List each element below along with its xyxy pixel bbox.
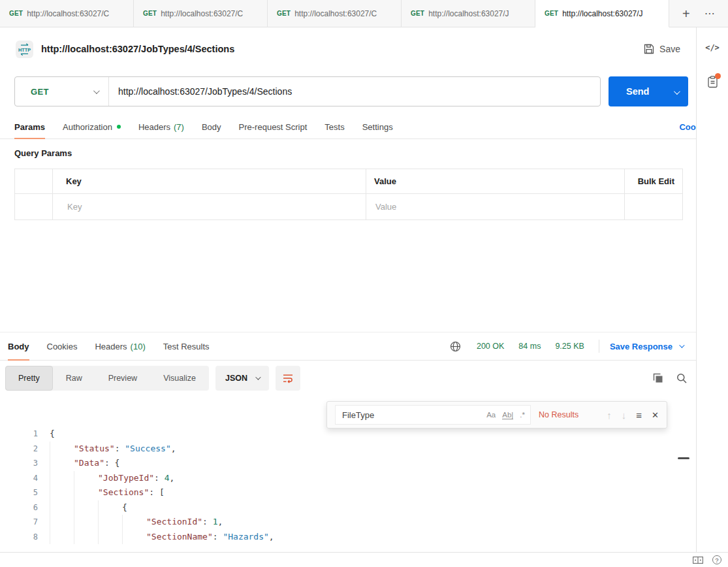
tab-method-label: GET xyxy=(545,10,558,17)
save-button[interactable]: Save xyxy=(644,44,680,54)
line-number: 2 xyxy=(0,442,38,457)
find-nav: ↑ ↓ ≡ ✕ xyxy=(607,410,659,421)
request-tab-authorization[interactable]: Authorization xyxy=(63,115,121,138)
tab-bar-actions: + ⋯ xyxy=(669,0,728,27)
find-input-wrap: Aa Ab| .* xyxy=(335,405,531,425)
new-tab-button[interactable]: + xyxy=(682,7,690,20)
code-line-content: "Status": "Success", xyxy=(50,442,176,457)
row-select-header xyxy=(15,169,53,194)
view-mode-pretty[interactable]: Pretty xyxy=(5,366,53,391)
response-size[interactable]: 9.25 KB xyxy=(555,342,584,351)
send-options-button[interactable] xyxy=(674,86,678,97)
copy-icon xyxy=(653,373,663,383)
method-dropdown[interactable]: GET xyxy=(15,77,108,106)
list-matches-button[interactable]: ≡ xyxy=(636,410,642,421)
code-line-content: "Sections": [ xyxy=(50,485,165,500)
token-p: { xyxy=(122,500,127,515)
search-button[interactable] xyxy=(676,373,687,383)
token-k: "SectionName" xyxy=(146,530,213,545)
request-tab-settings[interactable]: Settings xyxy=(362,115,393,138)
status-code[interactable]: 200 OK xyxy=(477,342,504,351)
indent-guide xyxy=(50,442,74,457)
url-box: GET xyxy=(14,76,601,106)
token-p: : xyxy=(213,530,223,545)
param-value-input[interactable] xyxy=(374,201,612,212)
code-line: 6{ xyxy=(0,500,678,515)
chevron-down-icon xyxy=(674,88,680,95)
response-tab-test-results[interactable]: Test Results xyxy=(163,332,210,360)
response-time[interactable]: 84 ms xyxy=(518,342,541,351)
view-mode-raw[interactable]: Raw xyxy=(53,366,95,391)
code-line-content: "Data": { xyxy=(50,456,119,471)
find-options: Aa Ab| .* xyxy=(486,411,525,419)
notification-dot xyxy=(715,73,721,79)
comments-icon[interactable] xyxy=(707,76,718,88)
tab-label: Headers xyxy=(138,122,170,132)
find-input[interactable] xyxy=(341,410,486,421)
token-s: "Success" xyxy=(125,442,170,457)
query-params-title: Query Params xyxy=(14,148,72,158)
whole-word-toggle[interactable]: Ab| xyxy=(502,411,513,419)
request-tab-tests[interactable]: Tests xyxy=(324,115,344,138)
token-p: , xyxy=(171,442,176,457)
response-body-editor[interactable]: 1{2"Status": "Success",3"Data": {4"JobTy… xyxy=(0,427,678,549)
token-p: : xyxy=(115,442,125,457)
row-select-cell[interactable] xyxy=(15,194,53,220)
wrap-lines-button[interactable] xyxy=(276,366,300,391)
format-dropdown[interactable]: JSON xyxy=(215,366,269,391)
indent-guide xyxy=(50,500,74,515)
postman-app: GEThttp://localhost:63027/CGEThttp://loc… xyxy=(0,0,728,567)
url-input[interactable] xyxy=(109,86,600,97)
view-mode-preview[interactable]: Preview xyxy=(95,366,150,391)
search-icon xyxy=(676,373,687,383)
match-case-toggle[interactable]: Aa xyxy=(486,411,496,419)
tab-url-label: http://localhost:63027/C xyxy=(27,9,109,18)
request-tab-pre-request-script[interactable]: Pre-request Script xyxy=(239,115,308,138)
save-response-label: Save Response xyxy=(610,342,673,351)
workspace-tabs: GEThttp://localhost:63027/CGEThttp://loc… xyxy=(0,0,669,27)
split-pane-icon[interactable] xyxy=(693,557,703,564)
token-k: "JobTypeId" xyxy=(98,471,154,486)
scrollbar-thumb[interactable] xyxy=(678,457,689,459)
copy-button[interactable] xyxy=(653,373,663,383)
tab-overflow-menu-button[interactable]: ⋯ xyxy=(704,7,716,20)
indent-guide xyxy=(98,530,122,545)
network-globe-icon[interactable] xyxy=(450,341,461,352)
token-n: 4 xyxy=(165,471,170,486)
send-button[interactable]: Send xyxy=(609,76,688,106)
regex-toggle[interactable]: .* xyxy=(520,411,525,419)
response-actions xyxy=(653,366,687,391)
request-tab-headers[interactable]: Headers(7) xyxy=(138,115,184,138)
param-key-input[interactable] xyxy=(66,201,351,212)
token-p: , xyxy=(170,471,175,486)
response-toolbar: PrettyRawPreviewVisualize JSON xyxy=(5,366,300,391)
previous-match-button[interactable]: ↑ xyxy=(607,410,612,421)
code-line: 4"JobTypeId": 4, xyxy=(0,471,678,486)
next-match-button[interactable]: ↓ xyxy=(622,410,627,421)
view-mode-visualize[interactable]: Visualize xyxy=(150,366,209,391)
workspace-tab[interactable]: GEThttp://localhost:63027/C xyxy=(0,0,134,27)
code-line: 7"SectionId": 1, xyxy=(0,515,678,530)
code-line: 8"SectionName": "Hazards", xyxy=(0,530,678,545)
bulk-edit-button[interactable]: Bulk Edit xyxy=(638,176,674,186)
workspace-tab[interactable]: GEThttp://localhost:63027/J xyxy=(535,0,669,27)
request-title: http://localhost:63027/JobTypes/4/Sectio… xyxy=(41,44,234,54)
code-line: 1{ xyxy=(0,427,678,442)
close-find-button[interactable]: ✕ xyxy=(652,410,659,420)
workspace-tab[interactable]: GEThttp://localhost:63027/C xyxy=(134,0,268,27)
tab-label: Params xyxy=(14,122,45,132)
tab-label: Tests xyxy=(324,122,344,132)
code-snippet-icon[interactable]: </> xyxy=(705,43,720,52)
save-response-button[interactable]: Save Response xyxy=(610,342,683,351)
workspace-tab[interactable]: GEThttp://localhost:63027/C xyxy=(268,0,402,27)
request-tab-params[interactable]: Params xyxy=(14,115,45,138)
indent-guide xyxy=(50,485,74,500)
workspace-tab[interactable]: GEThttp://localhost:63027/J xyxy=(402,0,535,27)
response-tab-body[interactable]: Body xyxy=(8,332,29,360)
request-tab-body[interactable]: Body xyxy=(202,115,221,138)
tab-label: Headers xyxy=(95,342,127,351)
response-tab-cookies[interactable]: Cookies xyxy=(47,332,78,360)
response-tab-headers[interactable]: Headers(10) xyxy=(95,332,145,360)
help-button[interactable]: ? xyxy=(712,555,721,564)
token-k: "SectionId" xyxy=(146,515,202,530)
